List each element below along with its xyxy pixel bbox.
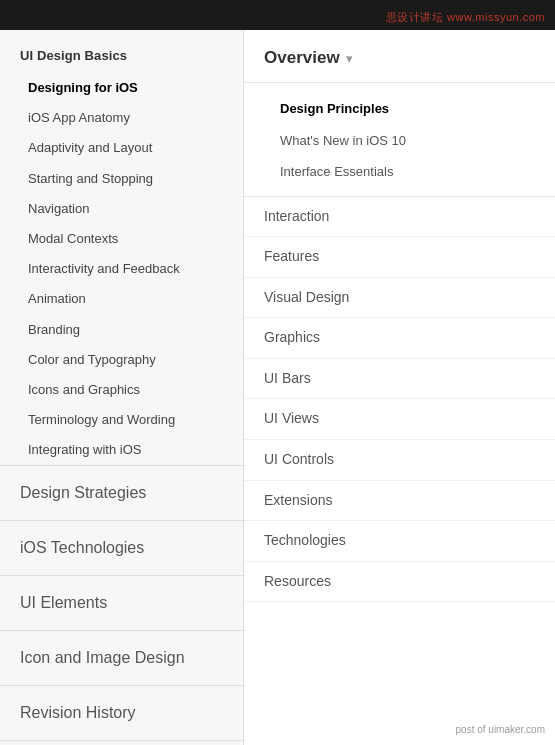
right-nav-item-9[interactable]: Resources xyxy=(244,562,555,603)
right-nav-items: InteractionFeaturesVisual DesignGraphics… xyxy=(244,197,555,603)
right-sub-items: Design PrinciplesWhat's New in iOS 10Int… xyxy=(244,83,555,197)
sidebar-item-12[interactable]: Integrating with iOS xyxy=(0,435,243,465)
right-nav-item-8[interactable]: Technologies xyxy=(244,521,555,562)
sidebar-item-9[interactable]: Color and Typography xyxy=(0,345,243,375)
right-nav-item-1[interactable]: Features xyxy=(244,237,555,278)
right-sub-item-2[interactable]: Interface Essentials xyxy=(244,156,555,188)
nav-section-2[interactable]: UI Elements xyxy=(0,576,243,631)
sidebar-item-5[interactable]: Modal Contexts xyxy=(0,224,243,254)
right-nav-item-2[interactable]: Visual Design xyxy=(244,278,555,319)
sidebar-item-10[interactable]: Icons and Graphics xyxy=(0,375,243,405)
section-header: UI Design Basics xyxy=(0,30,243,73)
chevron-down-icon: ▾ xyxy=(346,51,353,66)
right-nav-item-4[interactable]: UI Bars xyxy=(244,359,555,400)
right-nav-item-6[interactable]: UI Controls xyxy=(244,440,555,481)
main-layout: UI Design Basics Designing for iOSiOS Ap… xyxy=(0,0,555,745)
nav-section-0[interactable]: Design Strategies xyxy=(0,466,243,521)
nav-sections: Design StrategiesiOS TechnologiesUI Elem… xyxy=(0,466,243,741)
right-sub-item-1[interactable]: What's New in iOS 10 xyxy=(244,125,555,157)
sidebar-item-6[interactable]: Interactivity and Feedback xyxy=(0,254,243,284)
nav-section-1[interactable]: iOS Technologies xyxy=(0,521,243,576)
sidebar-item-7[interactable]: Animation xyxy=(0,284,243,314)
watermark-bottom: post of uimaker.com xyxy=(456,724,545,735)
nav-section-3[interactable]: Icon and Image Design xyxy=(0,631,243,686)
sidebar-item-2[interactable]: Adaptivity and Layout xyxy=(0,133,243,163)
watermark-top: 思设计讲坛 www.missyun.com xyxy=(386,10,545,25)
sidebar-item-4[interactable]: Navigation xyxy=(0,194,243,224)
sidebar-item-8[interactable]: Branding xyxy=(0,315,243,345)
right-panel: Overview ▾ Design PrinciplesWhat's New i… xyxy=(244,30,555,745)
right-nav-item-3[interactable]: Graphics xyxy=(244,318,555,359)
left-sidebar: UI Design Basics Designing for iOSiOS Ap… xyxy=(0,30,244,745)
sidebar-item-1[interactable]: iOS App Anatomy xyxy=(0,103,243,133)
right-nav-item-7[interactable]: Extensions xyxy=(244,481,555,522)
sidebar-item-11[interactable]: Terminology and Wording xyxy=(0,405,243,435)
right-sub-item-0[interactable]: Design Principles xyxy=(244,93,555,125)
sidebar-item-3[interactable]: Starting and Stopping xyxy=(0,164,243,194)
right-nav-item-5[interactable]: UI Views xyxy=(244,399,555,440)
subsection-list: Designing for iOSiOS App AnatomyAdaptivi… xyxy=(0,73,243,465)
overview-header: Overview ▾ xyxy=(244,30,555,83)
sidebar-item-0[interactable]: Designing for iOS xyxy=(0,73,243,103)
nav-section-4[interactable]: Revision History xyxy=(0,686,243,741)
overview-title: Overview xyxy=(264,48,340,68)
right-nav-item-0[interactable]: Interaction xyxy=(244,197,555,238)
